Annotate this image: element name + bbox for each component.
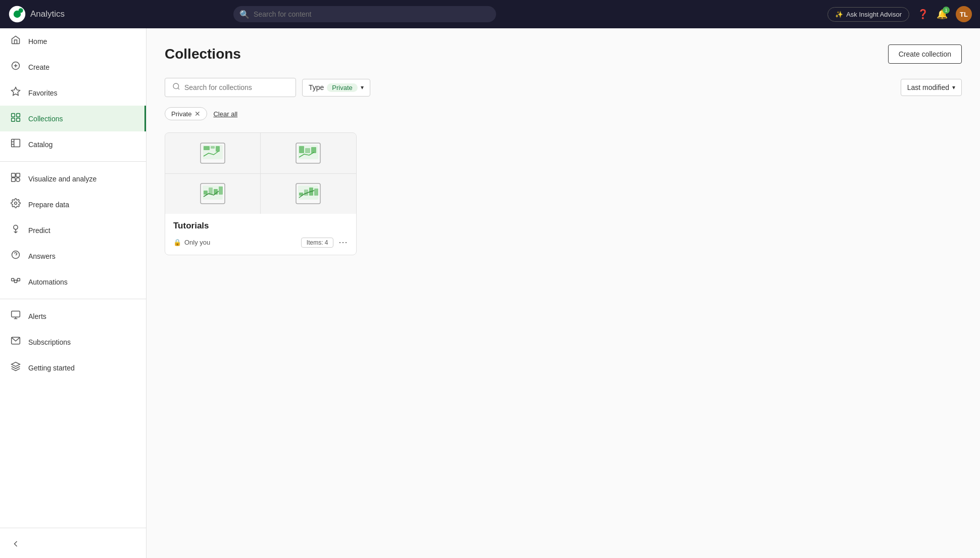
svg-rect-17 xyxy=(12,178,16,182)
logo[interactable]: Analytics xyxy=(8,5,65,23)
lock-icon: 🔒 xyxy=(173,239,181,246)
sidebar-item-automations[interactable]: Automations xyxy=(0,269,146,295)
insight-advisor-button[interactable]: ✨ Ask Insight Advisor xyxy=(827,7,909,22)
svg-rect-37 xyxy=(211,146,215,149)
svg-line-27 xyxy=(17,280,18,281)
global-search-input[interactable] xyxy=(233,6,496,22)
sidebar-item-subscriptions[interactable]: Subscriptions xyxy=(0,329,146,355)
page-header: Collections Create collection xyxy=(165,44,962,64)
type-filter-value: Private xyxy=(327,83,357,92)
qlik-logo-icon xyxy=(8,5,26,23)
prepare-icon xyxy=(10,198,21,211)
sort-filter[interactable]: Last modified ▾ xyxy=(901,79,962,96)
clear-all-button[interactable]: Clear all xyxy=(213,110,237,118)
sidebar-label-catalog: Catalog xyxy=(28,141,53,149)
svg-point-2 xyxy=(19,8,23,13)
logo-text: Analytics xyxy=(30,9,65,19)
collapse-icon xyxy=(10,539,21,551)
svg-rect-16 xyxy=(16,173,20,177)
collection-name: Tutorials xyxy=(173,221,348,231)
active-filters: Private ✕ Clear all xyxy=(165,107,962,120)
answers-icon xyxy=(10,250,21,262)
thumbnail-2 xyxy=(261,133,356,173)
sidebar-label-favorites: Favorites xyxy=(28,89,58,97)
sidebar-divider-1 xyxy=(0,161,146,162)
create-icon xyxy=(10,61,21,73)
insight-advisor-label: Ask Insight Advisor xyxy=(846,11,902,18)
collection-right: Items: 4 ··· xyxy=(301,237,348,248)
sort-filter-label: Last modified xyxy=(907,83,949,91)
svg-rect-8 xyxy=(17,114,20,117)
topnav: Analytics 🔍 ✨ Ask Insight Advisor ❓ 🔔 1 … xyxy=(0,0,980,28)
svg-rect-10 xyxy=(17,118,20,122)
collection-card-tutorials[interactable]: Tutorials 🔒 Only you Items: 4 ··· xyxy=(165,132,357,255)
sidebar-item-answers[interactable]: Answers xyxy=(0,243,146,269)
thumbnail-1 xyxy=(165,133,260,173)
sidebar-label-home: Home xyxy=(28,37,47,45)
svg-rect-49 xyxy=(219,187,223,195)
type-filter-label: Type xyxy=(309,83,324,91)
svg-rect-7 xyxy=(12,114,15,117)
items-badge: Items: 4 xyxy=(301,238,334,248)
getting-started-icon xyxy=(10,361,21,374)
sidebar-item-visualize[interactable]: Visualize and analyze xyxy=(0,166,146,192)
sidebar-item-prepare[interactable]: Prepare data xyxy=(0,192,146,217)
remove-filter-button[interactable]: ✕ xyxy=(194,110,201,118)
search-collections-icon xyxy=(172,82,180,92)
sidebar-label-getting-started: Getting started xyxy=(28,364,75,372)
collection-owner: 🔒 Only you xyxy=(173,239,210,246)
sidebar-item-home[interactable]: Home xyxy=(0,28,146,54)
catalog-icon xyxy=(10,138,21,151)
collections-grid: Tutorials 🔒 Only you Items: 4 ··· xyxy=(165,132,962,255)
svg-rect-28 xyxy=(12,311,20,317)
svg-rect-25 xyxy=(15,280,17,283)
home-icon xyxy=(10,35,21,48)
sidebar-item-alerts[interactable]: Alerts xyxy=(0,303,146,329)
search-collections-input[interactable] xyxy=(184,83,288,91)
svg-rect-23 xyxy=(12,278,14,281)
sidebar-label-visualize: Visualize and analyze xyxy=(28,175,96,183)
visualize-icon xyxy=(10,172,21,185)
notifications-button[interactable]: 🔔 1 xyxy=(937,9,948,20)
svg-point-32 xyxy=(173,83,179,89)
sidebar-label-alerts: Alerts xyxy=(28,312,46,320)
more-options-button[interactable]: ··· xyxy=(338,237,348,248)
collection-thumbnails xyxy=(165,133,356,214)
sidebar-item-favorites[interactable]: Favorites xyxy=(0,80,146,106)
sidebar-collapse-button[interactable] xyxy=(0,532,146,558)
create-collection-button[interactable]: Create collection xyxy=(888,44,962,64)
avatar[interactable]: TL xyxy=(956,6,972,22)
help-button[interactable]: ❓ xyxy=(917,9,928,20)
sidebar-item-getting-started[interactable]: Getting started xyxy=(0,355,146,381)
owner-label: Only you xyxy=(184,239,210,246)
sidebar-item-collections[interactable]: Collections xyxy=(0,106,146,131)
type-filter[interactable]: Type Private ▾ xyxy=(302,79,370,97)
sidebar-item-catalog[interactable]: Catalog xyxy=(0,131,146,157)
svg-line-33 xyxy=(178,88,179,89)
svg-rect-24 xyxy=(17,278,20,281)
collections-icon xyxy=(10,112,21,125)
sidebar-item-predict[interactable]: Predict xyxy=(0,217,146,243)
notification-badge: 1 xyxy=(943,7,950,14)
svg-rect-46 xyxy=(204,191,208,195)
automations-icon xyxy=(10,275,21,288)
global-search: 🔍 xyxy=(233,6,496,22)
svg-line-26 xyxy=(14,280,15,281)
thumbnail-3 xyxy=(165,174,260,214)
svg-marker-6 xyxy=(12,87,20,96)
svg-rect-11 xyxy=(12,140,20,147)
sidebar-label-predict: Predict xyxy=(28,226,51,235)
sidebar-label-subscriptions: Subscriptions xyxy=(28,338,71,346)
layout: Home Create Favorites Collections Catalo… xyxy=(0,28,980,558)
predict-icon xyxy=(10,224,21,237)
svg-point-20 xyxy=(14,225,18,229)
sidebar-item-create[interactable]: Create xyxy=(0,54,146,80)
svg-point-18 xyxy=(16,178,20,182)
collection-info: Tutorials 🔒 Only you Items: 4 ··· xyxy=(165,214,356,255)
thumbnail-4 xyxy=(261,174,356,214)
sparkle-icon: ✨ xyxy=(835,11,843,18)
subscriptions-icon xyxy=(10,336,21,348)
chevron-down-icon: ▾ xyxy=(361,84,364,91)
alerts-icon xyxy=(10,310,21,322)
topnav-right: ✨ Ask Insight Advisor ❓ 🔔 1 TL xyxy=(827,6,972,22)
